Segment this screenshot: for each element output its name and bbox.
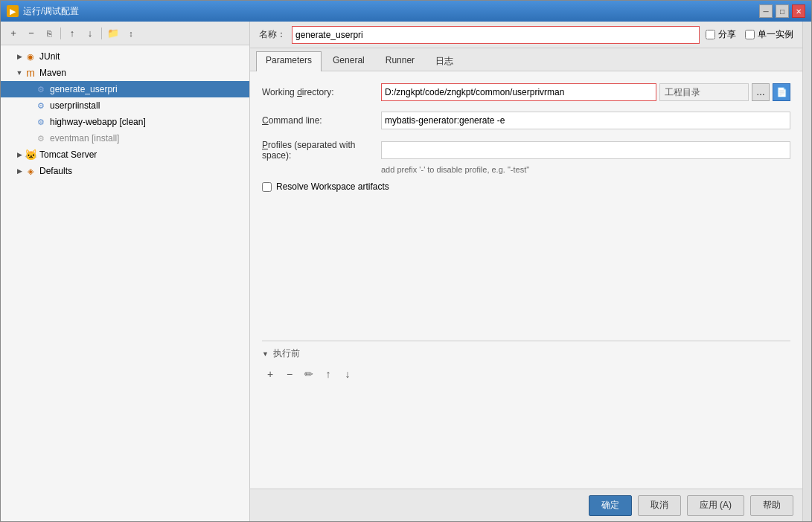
title-bar-controls: ─ □ ✕ <box>759 4 805 18</box>
gear-icon-userpri: ⚙ <box>35 100 47 112</box>
remove-config-button[interactable]: − <box>23 25 39 42</box>
userpriinstall-label: userpriinstall <box>50 100 100 111</box>
maven-arrow: ▼ <box>14 68 25 78</box>
help-button[interactable]: 帮助 <box>750 495 793 516</box>
maven-icon: m <box>25 67 36 79</box>
left-toolbar: + − ⎘ ↑ ↓ 📁 ↕ <box>1 22 249 45</box>
eventman-label: eventman [install] <box>50 133 119 144</box>
title-bar-left: ▶ 运行/调试配置 <box>7 5 79 18</box>
tomcat-arrow: ▶ <box>14 149 25 160</box>
command-line-label: Command line: <box>262 115 381 126</box>
sort-button[interactable]: ↕ <box>123 25 139 42</box>
generate-userpri-arrow <box>25 84 35 94</box>
highway-webapp-label: highway-webapp [clean] <box>50 117 146 127</box>
command-line-input[interactable] <box>381 112 790 129</box>
main-window: ▶ 运行/调试配置 ─ □ ✕ + − ⎘ ↑ ↓ 📁 ↕ <box>0 0 812 522</box>
folder-button[interactable]: 📁 <box>105 25 121 42</box>
single-instance-checkbox-group: 单一实例 <box>745 28 793 41</box>
junit-label: JUnit <box>39 51 60 62</box>
share-checkbox-group: 分享 <box>706 28 736 41</box>
tabs-bar: Parameters General Runner 日志 <box>250 48 802 71</box>
single-instance-checkbox[interactable] <box>745 30 755 39</box>
before-launch-up-button[interactable]: ↑ <box>320 366 336 382</box>
tree-item-maven[interactable]: ▼ m Maven <box>1 65 249 81</box>
close-button[interactable]: ✕ <box>792 4 805 18</box>
before-launch-title: 执行前 <box>262 347 790 360</box>
before-launch-edit-button[interactable]: ✏ <box>301 366 317 382</box>
tree-item-defaults[interactable]: ▶ ◈ Defaults <box>1 163 249 179</box>
tomcat-icon: 🐱 <box>25 149 36 161</box>
gear-icon-eventman: ⚙ <box>35 132 47 144</box>
profiles-label: Profiles (separated with space): <box>262 140 381 161</box>
before-launch-section: 执行前 + − ✏ ↑ ↓ <box>262 341 790 382</box>
profiles-group <box>381 141 790 159</box>
tree-item-tomcat[interactable]: ▶ 🐱 Tomcat Server <box>1 146 249 163</box>
move-down-button[interactable]: ↓ <box>82 25 98 42</box>
tree-item-eventman[interactable]: ⚙ eventman [install] <box>1 130 249 146</box>
apply-button[interactable]: 应用 (A) <box>687 495 744 516</box>
tab-general[interactable]: General <box>323 51 374 71</box>
browse-directory-button[interactable]: … <box>752 83 770 101</box>
working-directory-input[interactable] <box>381 83 656 101</box>
tree-item-highway-webapp[interactable]: ⚙ highway-webapp [clean] <box>1 114 249 130</box>
insert-macro-button[interactable]: 📄 <box>773 83 790 101</box>
tree-item-junit[interactable]: ▶ ◉ JUnit <box>1 48 249 65</box>
profiles-row: Profiles (separated with space): <box>262 140 790 161</box>
move-up-button[interactable]: ↑ <box>64 25 80 42</box>
title-icon: ▶ <box>7 5 19 17</box>
tree-item-userpriinstall[interactable]: ⚙ userpriinstall <box>1 97 249 114</box>
name-input[interactable] <box>292 26 700 44</box>
share-checkbox[interactable] <box>706 30 715 39</box>
profiles-hint: add prefix '-' to disable profile, e.g. … <box>381 165 790 174</box>
single-instance-label: 单一实例 <box>758 28 793 41</box>
maven-label: Maven <box>39 68 66 78</box>
eventman-arrow <box>25 133 35 144</box>
separator-1 <box>60 28 61 39</box>
share-label: 分享 <box>718 28 736 41</box>
copy-config-button[interactable]: ⎘ <box>41 25 57 42</box>
window-title: 运行/调试配置 <box>23 5 79 18</box>
junit-arrow: ▶ <box>14 51 25 62</box>
working-directory-row: Working directory: 工程目录 … 📄 <box>262 83 790 101</box>
title-bar: ▶ 运行/调试配置 ─ □ ✕ <box>1 1 811 22</box>
profiles-input[interactable] <box>381 141 790 159</box>
left-panel: + − ⎘ ↑ ↓ 📁 ↕ ▶ ◉ JUnit ▼ <box>1 22 250 521</box>
defaults-arrow: ▶ <box>14 166 25 176</box>
generate-userpri-label: generate_userpri <box>50 84 118 94</box>
tab-content-parameters: Working directory: 工程目录 … 📄 Command line… <box>250 71 802 489</box>
minimize-button[interactable]: ─ <box>759 4 773 18</box>
defaults-icon: ◈ <box>25 165 36 177</box>
name-bar: 名称： 分享 单一实例 <box>250 22 802 48</box>
working-directory-project-label: 工程目录 <box>659 83 749 101</box>
right-scrollbar[interactable] <box>802 22 811 521</box>
bottom-bar: 确定 取消 应用 (A) 帮助 <box>250 489 802 521</box>
junit-icon: ◉ <box>25 51 36 62</box>
tab-runner[interactable]: Runner <box>376 51 424 71</box>
before-launch-down-button[interactable]: ↓ <box>339 366 356 382</box>
command-line-group <box>381 112 790 129</box>
resolve-workspace-label: Resolve Workspace artifacts <box>276 181 389 192</box>
defaults-label: Defaults <box>39 166 72 176</box>
before-launch-toolbar: + − ✏ ↑ ↓ <box>262 366 790 382</box>
before-launch-add-button[interactable]: + <box>262 366 278 382</box>
working-directory-group: 工程目录 … 📄 <box>381 83 790 101</box>
main-content: + − ⎘ ↑ ↓ 📁 ↕ ▶ ◉ JUnit ▼ <box>1 22 811 521</box>
right-panel: 名称： 分享 单一实例 Parameters General Ru <box>250 22 802 521</box>
cancel-button[interactable]: 取消 <box>638 495 681 516</box>
name-right-controls: 分享 单一实例 <box>706 28 793 41</box>
resolve-workspace-checkbox[interactable] <box>262 182 272 192</box>
tab-parameters[interactable]: Parameters <box>256 51 322 71</box>
maximize-button[interactable]: □ <box>776 4 789 18</box>
separator-2 <box>101 28 102 39</box>
tab-log[interactable]: 日志 <box>426 51 463 71</box>
tree-item-generate-userpri[interactable]: ⚙ generate_userpri <box>1 81 249 97</box>
confirm-button[interactable]: 确定 <box>589 495 632 516</box>
gear-icon-highway: ⚙ <box>35 116 47 128</box>
name-field-label: 名称： <box>259 28 286 41</box>
gear-icon-generate: ⚙ <box>35 83 47 95</box>
config-tree: ▶ ◉ JUnit ▼ m Maven ⚙ generate_userpri <box>1 45 249 521</box>
add-config-button[interactable]: + <box>5 25 22 42</box>
before-launch-remove-button[interactable]: − <box>281 366 298 382</box>
command-line-row: Command line: <box>262 112 790 129</box>
tomcat-label: Tomcat Server <box>39 149 97 160</box>
